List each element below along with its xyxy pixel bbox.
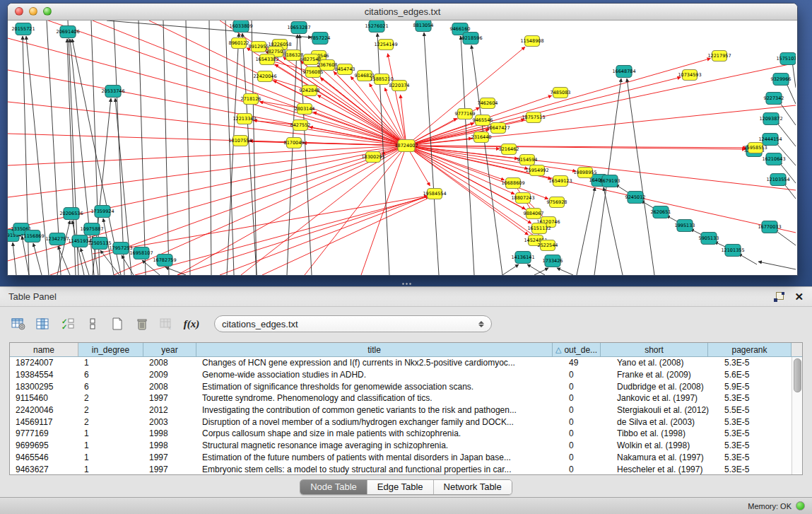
table-row[interactable]: 946554611997Estimation of the future num…: [10, 452, 802, 464]
tab-node-table[interactable]: Node Table: [300, 480, 367, 494]
graph-node[interactable]: 10688609: [501, 178, 524, 189]
graph-node[interactable]: 10653287: [287, 22, 310, 34]
graph-node[interactable]: 12093872: [759, 113, 782, 125]
graph-node[interactable]: 15276021: [365, 21, 388, 33]
new-table-icon[interactable]: [108, 315, 126, 333]
table-row[interactable]: 969969511998Structural magnetic resonanc…: [10, 440, 802, 452]
graph-node[interactable]: 7485083: [551, 88, 571, 98]
table-row[interactable]: 1872400712008Changes of HCN gene express…: [10, 357, 802, 369]
graph-node[interactable]: 20691406: [56, 26, 79, 38]
graph-edge: [139, 21, 146, 275]
graph-node[interactable]: 1995133: [675, 220, 695, 232]
delete-table-icon[interactable]: [133, 315, 151, 333]
select-rows-icon[interactable]: ✓✓: [59, 315, 77, 333]
graph-node[interactable]: 18724007: [394, 140, 418, 152]
graph-node[interactable]: 15751074: [776, 53, 796, 65]
graph-node[interactable]: 12342757: [45, 233, 69, 245]
graph-node[interactable]: 16770033: [758, 221, 781, 233]
graph-node[interactable]: 16210643: [762, 153, 785, 165]
graph-node[interactable]: 9154594: [517, 155, 538, 165]
graph-node[interactable]: 2803144: [295, 104, 315, 115]
tab-network-table[interactable]: Network Table: [434, 480, 512, 494]
graph-node-label: 12101355: [721, 247, 744, 253]
table-row[interactable]: 1830029562008Estimation of significance …: [10, 380, 802, 392]
table-row[interactable]: 946362711997Embryonic stem cells: a mode…: [10, 463, 802, 474]
table-row[interactable]: 2242004622012Investigating the contribut…: [10, 404, 802, 416]
graph-node[interactable]: 8454743: [335, 64, 355, 75]
graph-node[interactable]: 16549123: [548, 176, 572, 187]
graph-node[interactable]: 2316440: [471, 132, 492, 143]
graph-node[interactable]: 11548908: [520, 36, 543, 47]
graph-node[interactable]: 10975887: [80, 223, 103, 235]
column-header-name[interactable]: name: [10, 343, 78, 357]
column-visibility-icon[interactable]: [34, 315, 52, 333]
column-header-year[interactable]: year: [143, 343, 196, 357]
graph-node[interactable]: 20155721: [11, 23, 35, 35]
graph-node[interactable]: 2620651: [651, 206, 671, 218]
graph-node[interactable]: 9756085: [303, 67, 324, 78]
graph-node[interactable]: 8960122: [229, 38, 249, 49]
table-row[interactable]: 977716911998Corpus callosum shape and si…: [10, 428, 802, 440]
table-cell: Disruption of a novel member of a sodium…: [196, 417, 563, 427]
graph-node[interactable]: 9756928: [547, 197, 567, 208]
float-window-icon[interactable]: [774, 292, 784, 302]
graph-node[interactable]: 1733426: [543, 255, 563, 267]
graph-node[interactable]: 16958107: [129, 247, 153, 259]
graph-node[interactable]: 5905133: [699, 233, 719, 245]
graph-node[interactable]: 18807243: [511, 193, 534, 204]
table-selector[interactable]: citations_edges.txt: [214, 315, 492, 332]
column-header-title[interactable]: title: [196, 343, 553, 357]
graph-node[interactable]: 9465546: [473, 115, 493, 126]
network-window-titlebar[interactable]: citations_edges.txt: [8, 4, 797, 21]
table-cell: 18300295: [10, 382, 78, 392]
graph-node[interactable]: 16033809: [229, 21, 252, 33]
table-tabs-row: Node TableEdge TableNetwork Table: [0, 479, 812, 495]
graph-node[interactable]: 2718126: [241, 94, 261, 105]
table-row[interactable]: 1456911722003Disruption of a novel membe…: [10, 416, 802, 428]
tab-edge-table[interactable]: Edge Table: [367, 480, 434, 494]
graph-node[interactable]: 9329966: [771, 74, 792, 86]
graph-node[interactable]: 7857224: [310, 33, 331, 45]
graph-node[interactable]: 8170049: [284, 138, 305, 148]
graph-node[interactable]: 12217957: [707, 51, 731, 62]
function-builder-icon[interactable]: f(x): [182, 315, 201, 333]
column-header-short[interactable]: short: [601, 343, 708, 357]
graph-node[interactable]: 18757515: [522, 112, 545, 123]
graph-edge: [209, 21, 211, 275]
table-cell: Yano et al. (2008): [611, 358, 719, 368]
graph-node[interactable]: 12101355: [721, 245, 744, 257]
graph-node[interactable]: 9884067: [524, 209, 544, 219]
graph-node[interactable]: 12103554: [766, 174, 789, 186]
table-row[interactable]: 1938455462009Genome-wide association stu…: [10, 369, 802, 381]
graph-node[interactable]: 12213343: [233, 114, 256, 124]
merge-rows-icon[interactable]: [83, 315, 102, 333]
graph-node[interactable]: 9245012: [625, 192, 646, 204]
column-header-pagerank[interactable]: pagerank: [708, 343, 792, 357]
table-settings-icon[interactable]: [9, 315, 28, 333]
graph-node[interactable]: 16648784: [612, 66, 635, 78]
split-pane-grip[interactable]: [401, 282, 411, 286]
table-cell: 9463627: [10, 465, 78, 474]
graph-node[interactable]: 9242848: [300, 86, 320, 96]
graph-node[interactable]: 2522544: [538, 240, 558, 251]
network-canvas[interactable]: 2015572120691406160338091065328715276021…: [8, 21, 797, 275]
graph-node[interactable]: 3216462: [499, 144, 519, 155]
graph-node[interactable]: 7462604: [478, 98, 498, 109]
graph-node[interactable]: 8220374: [389, 81, 410, 91]
graph-node[interactable]: 20533746: [101, 86, 124, 98]
graph-node[interactable]: 17359924: [90, 206, 114, 218]
graph-node[interactable]: 14136141: [511, 252, 534, 264]
table-row[interactable]: 911546021997Tourette syndrome. Phenomeno…: [10, 392, 802, 404]
column-header-out_de[interactable]: △out_de...: [553, 343, 601, 357]
graph-node[interactable]: 8679193: [600, 175, 620, 187]
graph-node[interactable]: 8813054: [413, 21, 434, 32]
graph-node[interactable]: 8427552: [290, 120, 311, 131]
column-header-in_degree[interactable]: in_degree: [78, 343, 143, 357]
close-icon[interactable]: ✕: [794, 292, 804, 302]
table-scrollbar[interactable]: [792, 357, 802, 474]
table-scrollbar-thumb[interactable]: [794, 358, 801, 392]
graph-node-label: 15958553: [743, 145, 767, 151]
graph-node[interactable]: 9227342: [764, 93, 784, 105]
graph-node[interactable]: 10734593: [678, 70, 701, 81]
table-cell: 2: [78, 417, 143, 427]
